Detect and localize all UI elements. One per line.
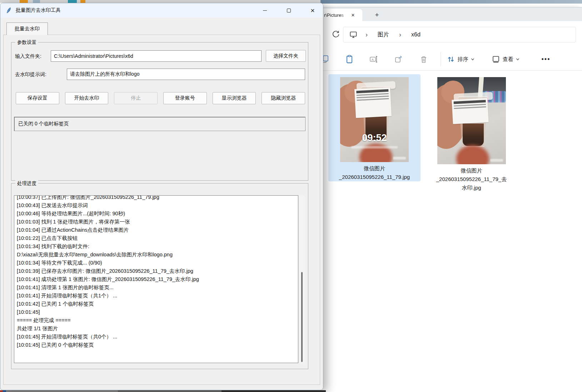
explorer-tab-bar: r\Pictures ✕ +: [321, 7, 582, 21]
view-layout-icon: [492, 55, 500, 64]
group-title: 参数设置: [15, 39, 38, 46]
photo-thumbnail: 09:52: [340, 77, 409, 162]
background-window-strip-bottom: [0, 390, 326, 392]
corner-watermark: [393, 157, 406, 160]
start-removal-button[interactable]: 开始去水印: [65, 92, 109, 104]
share-icon[interactable]: [393, 54, 404, 65]
stop-button: 停止: [114, 92, 158, 104]
file-explorer-window: r\Pictures ✕ + › 图片 › x6d: [320, 7, 582, 392]
view-button[interactable]: 查看: [492, 53, 519, 66]
file-name: 微信图片 _20260315095226_11_79.jpg: [339, 164, 410, 181]
tab-close-icon[interactable]: ✕: [349, 11, 357, 19]
rename-icon[interactable]: A: [368, 54, 379, 65]
breadcrumb-item-pictures[interactable]: 图片: [375, 30, 391, 40]
paste-icon[interactable]: [344, 54, 355, 65]
chevron-down-icon: [471, 57, 474, 61]
background-accent: [118, 390, 222, 392]
background-accent: [3, 390, 6, 392]
explorer-tab-title: r\Pictures: [324, 12, 346, 18]
svg-text:A: A: [372, 58, 374, 61]
log-scrollbar-thumb[interactable]: [301, 272, 303, 362]
maximize-button[interactable]: [280, 3, 297, 17]
explorer-address-bar: › 图片 › x6d: [321, 21, 582, 48]
background-accent: [68, 0, 77, 3]
photo-thumbnail: [437, 77, 506, 164]
chevron-down-icon: [516, 57, 519, 61]
breadcrumb-item-x6d[interactable]: x6d: [409, 30, 423, 39]
new-tab-button[interactable]: +: [372, 10, 382, 20]
background-accent: [80, 0, 85, 3]
file-item-original[interactable]: 09:52 微信图片 _20260315095226_11_79.jpg: [328, 74, 421, 181]
photo-cup-label: [452, 98, 488, 124]
input-folder-field[interactable]: [51, 50, 262, 62]
time-watermark: 09:52: [340, 132, 409, 144]
view-label: 查看: [503, 56, 513, 63]
background-accent: [222, 390, 326, 392]
choose-folder-button[interactable]: 选择文件夹: [266, 50, 306, 62]
background-accent: [0, 390, 3, 392]
action-buttons-row: 保存设置 开始去水印 停止 登录账号 显示浏览器 隐藏浏览器: [16, 92, 305, 104]
progress-group: 处理进度 [10:00:37] 已上传图片: 微信图片_202603150952…: [11, 183, 308, 369]
file-name: 微信图片 _20260315095226_11_79_去 水印.jpg: [436, 166, 507, 192]
show-browser-button[interactable]: 显示浏览器: [213, 92, 256, 104]
explorer-file-area: 09:52 微信图片 _20260315095226_11_79.jpg: [321, 71, 582, 392]
background-accent: [33, 0, 40, 3]
background-accent: [20, 0, 28, 3]
sort-button[interactable]: 排序: [447, 53, 474, 66]
tk-feather-icon: [6, 7, 12, 14]
screen: r\Pictures ✕ + › 图片 › x6d: [0, 0, 582, 392]
photo-cup-label: [354, 87, 392, 118]
sort-label: 排序: [458, 56, 468, 63]
photo-red-blur: [456, 145, 489, 164]
chevron-right-icon: ›: [399, 31, 401, 39]
explorer-tab[interactable]: r\Pictures ✕: [321, 9, 362, 21]
refresh-icon[interactable]: [331, 29, 341, 39]
progress-log-box[interactable]: [10:00:37] 已上传图片: 微信图片_20260315095226_11…: [14, 195, 298, 363]
prompt-field[interactable]: [67, 69, 305, 80]
more-options-button[interactable]: •••: [538, 53, 554, 66]
corner-watermark: [490, 159, 503, 162]
window-controls: ✕: [249, 3, 321, 17]
login-account-button[interactable]: 登录账号: [163, 92, 207, 104]
breadcrumb[interactable]: › 图片 › x6d: [343, 27, 576, 42]
tab-batch-removal[interactable]: 批量去水印: [6, 22, 48, 35]
close-icon: ✕: [310, 8, 315, 13]
input-folder-label: 输入文件夹:: [15, 53, 41, 60]
file-item-watermark-removed[interactable]: 微信图片 _20260315095226_11_79_去 水印.jpg: [429, 74, 514, 197]
app-title-bar[interactable]: 批量图片去水印工具 ✕: [0, 3, 323, 17]
watermark-tool-window: 批量图片去水印工具 ✕ 批量去水印 参数设置 输入文件夹: 选择文件夹 去水印提…: [0, 3, 323, 390]
app-title: 批量图片去水印工具: [16, 7, 61, 14]
hide-browser-button[interactable]: 隐藏浏览器: [262, 92, 305, 104]
photo-cup-liquid: [463, 124, 484, 146]
parameter-settings-group: 参数设置 输入文件夹: 选择文件夹 去水印提示词: 保存设置 开始去水印 停止 …: [11, 42, 308, 181]
save-settings-button[interactable]: 保存设置: [16, 92, 59, 104]
sort-arrows-icon: [447, 55, 455, 64]
log-scrollbar[interactable]: [299, 195, 305, 363]
progress-log: [10:00:37] 已上传图片: 微信图片_20260315095226_11…: [14, 195, 298, 350]
close-button[interactable]: ✕: [304, 3, 321, 17]
minimize-button[interactable]: [257, 3, 273, 17]
explorer-toolbar: A 排序 查看 •••: [321, 48, 582, 71]
minimize-icon: [263, 10, 267, 11]
chevron-right-icon: ›: [365, 31, 368, 39]
delete-icon[interactable]: [418, 54, 429, 65]
toolbar-divider: [441, 52, 441, 66]
maximize-icon: [287, 9, 291, 12]
background-window-strip-top: [0, 0, 582, 3]
group-title: 处理进度: [15, 180, 38, 187]
status-message-box: 已关闭 0 个临时标签页: [14, 117, 305, 131]
background-window-edge: [320, 0, 582, 4]
date-watermark-blur: [351, 146, 398, 149]
prompt-label: 去水印提示词:: [15, 71, 46, 78]
this-pc-icon[interactable]: [349, 30, 358, 39]
